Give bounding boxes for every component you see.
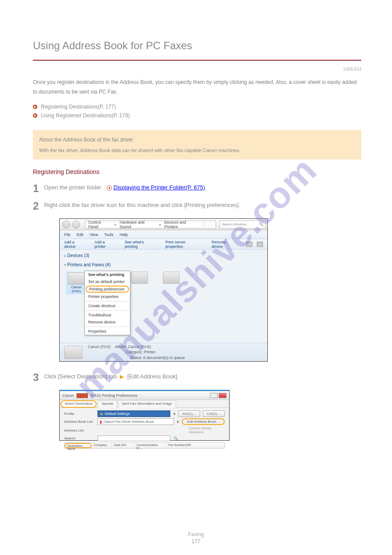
context-menu: See what's printing Set as default print… [84,271,130,335]
tab-bar: Select Destination Special Sent Fax Info… [60,400,229,408]
arrow-right-icon [33,113,37,118]
title-model-blur: ████ [77,393,88,398]
page-content: Using Address Book for PC Faxes 1469-03J… [0,0,392,441]
step-number: 1 [33,183,39,194]
menu-divider [85,301,130,301]
chevron-right-icon: ▸ [159,222,162,227]
ctx-printing-preferences[interactable]: Printing preferences [86,286,129,293]
nav-forward-icon[interactable] [72,221,80,229]
tb-server-props[interactable]: Print server properties [165,240,204,249]
tb-remove-device[interactable]: Remove device [212,240,238,249]
menu-view[interactable]: View [90,232,98,237]
col-fax-number[interactable]: Fax Number/URI [166,443,224,448]
toolbar: Add a device Add a printer See what's pr… [60,239,267,250]
chevron-right-icon: ▹ [64,253,66,258]
search-input[interactable]: Search Devices… [219,221,266,229]
search-field[interactable] [97,435,170,441]
table-header: Destination Name Company Dept./Div. Comm… [64,443,225,449]
tb-add-printer[interactable]: Add a printer [94,240,117,249]
menu-help[interactable]: Help [119,232,128,237]
ctx-printer-properties[interactable]: Printer properties [85,293,130,300]
tb-see-printing[interactable]: See what's printing [125,240,158,249]
tb-add-device[interactable]: Add a device [64,240,86,249]
col-destination-name[interactable]: Destination Name [65,443,92,448]
add-profile-button[interactable]: Add(1)… [178,410,200,417]
link-row: Registering Destinations(P. 177) [33,104,361,110]
revision-code: 1469-03J [33,67,361,72]
current-group-label: Current Group Members: [184,426,225,434]
title-rule [33,60,361,61]
view-icon[interactable] [246,242,252,247]
help-button-icon[interactable] [210,393,218,398]
menu-tools[interactable]: Tools [104,232,113,237]
breadcrumb[interactable]: Control Panel▸ Hardware and Sound▸ Devic… [85,221,216,229]
ctx-create-shortcut[interactable]: Create shortcut [85,302,130,309]
step-text: Right-click the fax driver icon for this… [44,201,361,210]
ctx-remove-device[interactable]: Remove device [85,319,130,326]
step-number: 3 [33,372,39,383]
search-label: Search: [64,436,95,440]
col-comm-mode[interactable]: Communication M… [135,443,166,448]
chevron-down-icon: ▿ [64,262,66,267]
menu-bar: File Edit View Tools Help [60,230,267,239]
crumb-item[interactable]: Hardware and Sound [119,220,157,229]
link-printer-folder[interactable]: Displaying the Printer Folder(P. 675) [114,184,205,191]
step-number: 2 [33,201,39,211]
ctx-properties[interactable]: Properties [85,328,130,335]
printer-item[interactable] [129,272,150,294]
search-icon[interactable]: 🔍 [173,436,178,441]
chevron-down-icon[interactable]: ▾ [176,420,179,424]
tab-select-destination[interactable]: Select Destination [61,400,97,408]
help-icon[interactable] [257,242,263,247]
arrow-right-icon [33,105,37,109]
dialog-body: Profile: ★Default Settings ▾ Add(1)… Edi… [60,408,229,451]
chevron-down-icon[interactable]: ▾ [173,412,176,416]
step-3: 3 Click [Select Destination] tab ▶ [Edit… [33,372,361,383]
page-number: 177 [191,538,200,544]
screenshot-devices-printers: Control Panel▸ Hardware and Sound▸ Devic… [59,218,268,362]
menu-divider [85,326,130,327]
link-using-registered[interactable]: Using Registered Destinations(P. 179) [41,112,130,119]
link-list: Registering Destinations(P. 177) Using R… [33,104,361,119]
section-heading: Registering Destinations [33,168,361,175]
menu-divider [85,310,130,311]
title-suffix: (FAX) Printing Preferences [90,393,137,398]
star-icon: ★ [100,412,103,416]
address-book-dropdown[interactable]: ▮Canon Fax Driver Address Book [97,418,174,425]
title-prefix: Canon [62,393,74,398]
page-title: Using Address Book for PC Faxes [33,40,361,52]
menu-edit[interactable]: Edit [77,232,84,237]
dialog-titlebar: Canon ████ (FAX) Printing Preferences [60,391,229,400]
crumb-item[interactable]: Control Panel [88,220,112,229]
close-icon[interactable] [219,393,227,398]
crumb-item[interactable]: Devices and Printers [164,220,201,229]
note-body: With the fax driver, Address Book data c… [39,146,355,155]
menu-file[interactable]: File [64,232,71,237]
nav-back-icon[interactable] [62,221,70,229]
address-list-label: Address List: [64,428,95,432]
chevron-right-icon: ▸ [115,222,117,227]
ctx-see-printing[interactable]: See what's printing [85,271,130,278]
group-devices[interactable]: ▹Devices (3) [64,253,263,258]
intro-paragraph: Once you register destinations in the Ad… [33,78,361,97]
step-text: Open the printer folder. Displaying the … [44,183,361,192]
play-circle-icon[interactable] [107,185,112,191]
breadcrumb-dropdown[interactable] [203,222,213,227]
explorer-details-pane: Canon (FAX) Model: Canon (FAX) Category:… [60,343,267,361]
col-company[interactable]: Company [92,443,112,448]
group-printers[interactable]: ▿Printers and Faxes (4) [64,262,263,267]
col-dept[interactable]: Dept./Div. [112,443,135,448]
ctx-set-default[interactable]: Set as default printer [85,278,130,285]
edit-profile-button[interactable]: Edit(2)… [203,410,225,417]
printer-canon-fax[interactable]: Canon(FAX) [66,272,87,294]
explorer-titlebar: Control Panel▸ Hardware and Sound▸ Devic… [60,219,267,230]
profile-dropdown[interactable]: ★Default Settings [97,410,170,417]
printer-item[interactable] [161,272,182,294]
link-registering[interactable]: Registering Destinations(P. 177) [41,104,116,110]
tab-sent-fax-info[interactable]: Sent Fax Information and Image [118,400,176,408]
screenshot-printing-preferences: Canon ████ (FAX) Printing Preferences Se… [59,390,230,441]
printer-icon [131,272,148,284]
ctx-troubleshoot[interactable]: Troubleshoot [85,312,130,319]
tab-special[interactable]: Special [97,400,117,408]
edit-address-book-button[interactable]: Edit Address Book… [182,418,225,425]
